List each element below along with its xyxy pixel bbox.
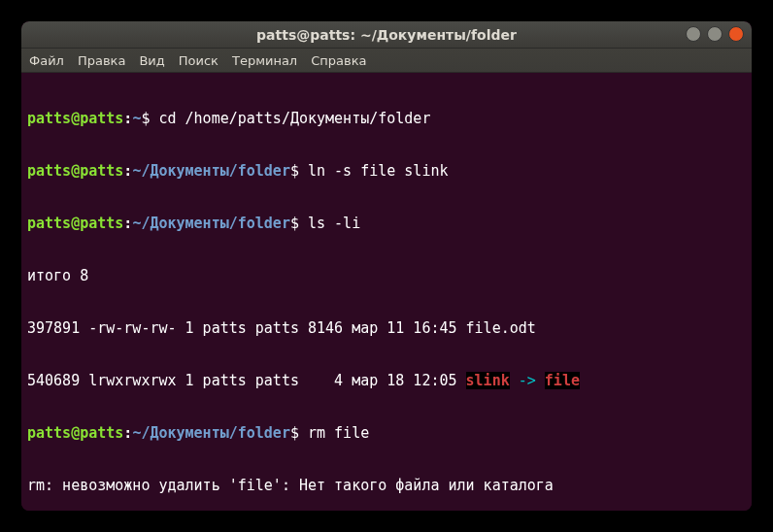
terminal-line: rm: невозможно удалить 'file': Нет таког… [27,477,746,494]
maximize-button[interactable] [707,26,723,42]
command-text: cd /home/patts/Документы/folder [158,110,430,127]
prompt-user: patts@patts [27,162,123,180]
menubar: Файл Правка Вид Поиск Терминал Справка [21,49,752,73]
terminal-line: patts@patts:~/Документы/folder$ rm file [27,424,746,442]
minimize-button[interactable] [686,26,701,42]
terminal-line: 540689 lrwxrwxrwx 1 patts patts 4 мар 18… [27,372,746,389]
terminal-line: patts@patts:~$ cd /home/patts/Документы/… [27,110,746,127]
prompt-path: ~/Документы/folder [132,215,290,232]
terminal-line: итого 8 [27,267,746,284]
symlink-arrow: -> [510,372,545,389]
menu-view[interactable]: Вид [139,53,164,68]
output-text: итого 8 [27,267,88,284]
output-text: 397891 -rw-rw-rw- 1 patts patts 8146 мар… [27,319,536,337]
menu-search[interactable]: Поиск [179,53,218,68]
command-text: ls -li [308,215,360,232]
output-text: 540689 lrwxrwxrwx 1 patts patts 4 мар 18… [27,372,466,389]
symlink-name: slink [466,372,510,389]
close-button[interactable] [728,26,744,42]
terminal-line: patts@patts:~/Документы/folder$ ln -s fi… [27,162,746,180]
menu-edit[interactable]: Правка [78,53,125,68]
prompt-user: patts@patts [27,110,123,127]
command-text: rm file [308,424,369,442]
window-title: patts@patts: ~/Документы/folder [256,27,517,43]
window-controls [686,26,744,42]
prompt-user: patts@patts [27,215,123,232]
terminal-line: patts@patts:~/Документы/folder$ ls -li [27,215,746,232]
prompt-dollar: $ [141,110,158,127]
terminal-line: 397891 -rw-rw-rw- 1 patts patts 8146 мар… [27,319,746,337]
prompt-user: patts@patts [27,424,123,442]
prompt-path: ~/Документы/folder [132,424,290,442]
menu-file[interactable]: Файл [29,53,64,68]
terminal-body[interactable]: patts@patts:~$ cd /home/patts/Документы/… [21,73,752,511]
terminal-window: patts@patts: ~/Документы/folder Файл Пра… [21,21,752,511]
titlebar: patts@patts: ~/Документы/folder [21,21,752,49]
symlink-target: file [545,372,580,389]
menu-terminal[interactable]: Терминал [232,53,297,68]
prompt-dollar: $ [290,215,308,232]
prompt-path: ~/Документы/folder [132,162,290,180]
menu-help[interactable]: Справка [311,53,366,68]
prompt-dollar: $ [290,162,308,180]
output-text: rm: невозможно удалить 'file': Нет таког… [27,477,554,494]
prompt-dollar: $ [290,424,308,442]
command-text: ln -s file slink [308,162,449,180]
